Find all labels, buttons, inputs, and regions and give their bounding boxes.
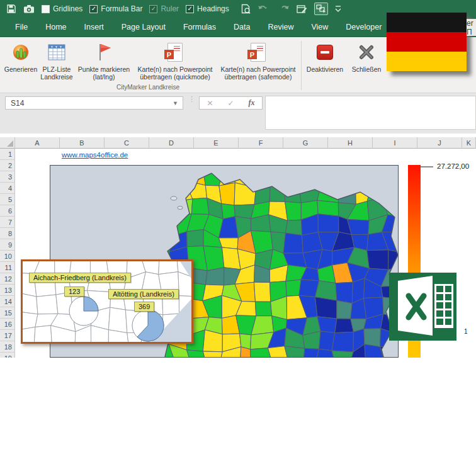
tab-review[interactable]: Review	[259, 18, 302, 37]
document-lines-icon	[257, 46, 263, 52]
row-header-2[interactable]: 2	[0, 160, 15, 171]
powerpoint-p-badge: P	[247, 50, 257, 59]
button-label: Generieren	[4, 65, 38, 73]
formula-input[interactable]	[265, 96, 476, 130]
qat-checkbox-headings[interactable]: ✓ Headings	[186, 4, 229, 13]
name-box-value: S14	[6, 99, 173, 108]
district-label: Aichach-Friedberg (Landkreis)	[29, 273, 131, 283]
generieren-button[interactable]: Generieren	[3, 40, 39, 88]
qat-checkbox-gridlines[interactable]: ✓ Gridlines	[42, 4, 82, 13]
row-header-11[interactable]: 11	[0, 262, 15, 273]
row-header-14[interactable]: 14	[0, 296, 15, 307]
row-header-5[interactable]: 5	[0, 194, 15, 205]
table-icon	[47, 41, 66, 64]
checkbox-label: Gridlines	[53, 4, 82, 13]
row-header-7[interactable]: 7	[0, 217, 15, 228]
legend-tick	[421, 166, 433, 167]
formula-buttons: ✕ ✓ fx	[199, 96, 263, 110]
deaktivieren-button[interactable]: Deaktivieren	[303, 40, 347, 88]
qat-customize-icon[interactable]	[335, 5, 341, 13]
column-header-H[interactable]: H	[328, 137, 373, 149]
qat-checkbox-formula-bar[interactable]: ✓ Formula Bar	[89, 4, 142, 13]
checkbox-box: ✓	[89, 5, 98, 13]
button-label: Punkte markieren (lat/lng)	[78, 65, 130, 81]
column-header-F[interactable]: F	[239, 137, 283, 149]
column-header-D[interactable]: D	[149, 137, 194, 149]
maps4office-hyperlink[interactable]: www.maps4office.de	[62, 151, 128, 159]
row-header-13[interactable]: 13	[0, 285, 15, 296]
document-lines-icon	[174, 46, 180, 52]
close-x-icon	[358, 41, 375, 64]
ppt-quickmode-button[interactable]: P Karte(n) nach Powerpoint übertragen (q…	[133, 40, 217, 88]
row-header-3[interactable]: 3	[0, 171, 15, 183]
checkbox-label: Formula Bar	[101, 4, 142, 13]
flag-gold-band	[387, 52, 467, 71]
chevron-down-icon[interactable]: ▼	[173, 100, 183, 106]
row-header-1[interactable]: 1	[0, 149, 15, 160]
tab-file[interactable]: File	[6, 18, 37, 37]
row-header-17[interactable]: 17	[0, 330, 15, 341]
button-label: Karte(n) nach Powerpoint übertragen (saf…	[220, 65, 295, 81]
camera-icon[interactable]	[23, 4, 35, 14]
tab-page-layout[interactable]: Page Layout	[113, 18, 174, 37]
partial-tab-text: er П	[467, 19, 476, 36]
column-header-G[interactable]: G	[283, 137, 328, 149]
tab-developer[interactable]: Developer	[337, 18, 390, 37]
tab-view[interactable]: View	[302, 18, 337, 37]
district-label: Altötting (Landkreis)	[108, 289, 179, 299]
formula-bar-region: S14 ▼ ⋮ ✕ ✓ fx	[0, 93, 476, 137]
quick-access-toolbar: ✓ Gridlines ✓ Formula Bar ✓ Ruler ✓ Head…	[6, 0, 341, 18]
schliessen-button[interactable]: Schließen	[347, 40, 386, 88]
ppt-safemode-button[interactable]: P Karte(n) nach Powerpoint übertragen (s…	[217, 40, 300, 88]
tab-home[interactable]: Home	[37, 18, 75, 37]
ribbon-group-divider	[301, 41, 302, 90]
column-header-E[interactable]: E	[194, 137, 239, 149]
column-header-A[interactable]: A	[15, 137, 60, 149]
ribbon-group-label: CityMarker Landkreise	[0, 84, 296, 91]
row-header-8[interactable]: 8	[0, 228, 15, 239]
punkte-markieren-button[interactable]: Punkte markieren (lat/lng)	[74, 40, 133, 88]
switch-windows-icon[interactable]	[314, 3, 328, 15]
qat-checkbox-ruler[interactable]: ✓ Ruler	[149, 4, 179, 13]
row-header-18[interactable]: 18	[0, 341, 15, 353]
button-label: Deaktivieren	[307, 65, 343, 73]
row-header-9[interactable]: 9	[0, 239, 15, 251]
edit-window-icon[interactable]	[297, 4, 307, 14]
insert-function-icon[interactable]: fx	[249, 98, 255, 108]
flag-red-band	[387, 32, 467, 52]
powerpoint-export-icon: P	[167, 41, 183, 64]
column-header-I[interactable]: I	[373, 137, 417, 149]
button-label: Karte(n) nach Powerpoint übertragen (qui…	[137, 65, 212, 81]
flag-black-band	[387, 13, 467, 32]
excel-logo	[389, 273, 456, 341]
row-headers: 12345678910111213141516171819	[0, 149, 15, 364]
enter-icon[interactable]: ✓	[227, 99, 234, 108]
column-header-J[interactable]: J	[417, 137, 462, 149]
row-header-4[interactable]: 4	[0, 183, 15, 194]
name-box[interactable]: S14 ▼	[5, 96, 183, 110]
column-header-B[interactable]: B	[60, 137, 105, 149]
button-label: Schließen	[352, 65, 382, 73]
print-preview-icon[interactable]	[241, 4, 251, 14]
column-header-K[interactable]: K	[462, 137, 476, 149]
powerpoint-export-icon: P	[251, 41, 266, 64]
save-icon[interactable]	[6, 4, 16, 14]
select-all-corner[interactable]	[0, 137, 15, 149]
row-header-6[interactable]: 6	[0, 205, 15, 217]
undo-icon[interactable]	[258, 4, 270, 13]
row-header-16[interactable]: 16	[0, 319, 15, 330]
cancel-icon[interactable]: ✕	[207, 99, 213, 108]
flag-marker-icon	[96, 41, 112, 64]
check-icon: ✓	[151, 6, 156, 12]
row-header-12[interactable]: 12	[0, 273, 15, 285]
column-header-C[interactable]: C	[105, 137, 149, 149]
tab-data[interactable]: Data	[225, 18, 259, 37]
plz-liste-button[interactable]: PLZ-Liste Landkreise	[39, 40, 74, 88]
row-header-15[interactable]: 15	[0, 307, 15, 319]
button-label: PLZ-Liste Landkreise	[40, 65, 72, 81]
row-header-10[interactable]: 10	[0, 251, 15, 262]
redo-icon[interactable]	[277, 4, 290, 13]
powerpoint-p-badge: P	[164, 50, 174, 59]
tab-formulas[interactable]: Formulas	[174, 18, 225, 37]
tab-insert[interactable]: Insert	[76, 18, 113, 37]
